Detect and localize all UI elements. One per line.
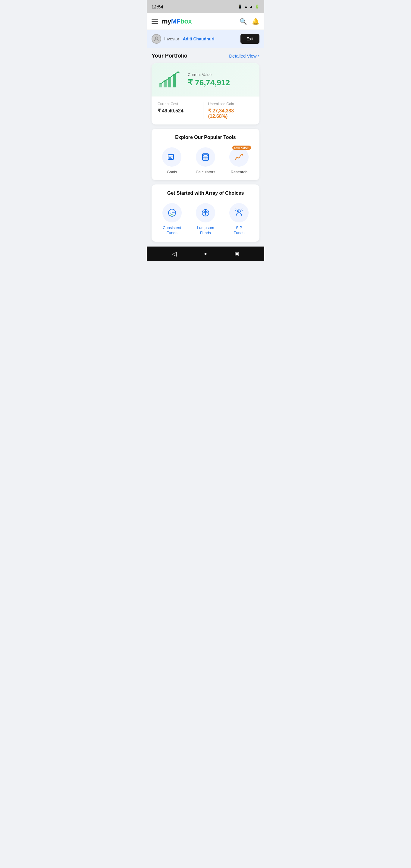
consistent-funds-label: ConsistentFunds [163,225,181,236]
logo-my: my [162,18,171,25]
choice-sip-funds[interactable]: ₹ SIPFunds [229,203,249,236]
current-value: ₹ 76,74,912 [188,78,230,87]
app-logo: myMFbox [162,18,192,25]
choice-consistent-funds[interactable]: ₹ ConsistentFunds [162,203,182,236]
svg-rect-15 [205,158,206,159]
notification-icon[interactable]: 🔔 [252,18,259,25]
choices-section: Get Started with Array of Choices ₹ Cons… [152,184,259,242]
goals-icon-circle [162,147,181,167]
tool-calculators[interactable]: Calculators [195,147,215,174]
wifi-icon: ▲ [244,4,248,9]
bottom-nav: ◁ ● ▣ [147,247,264,261]
sip-funds-label: SIPFunds [233,225,244,236]
svg-rect-14 [203,158,204,159]
battery-icon: 🔋 [255,4,259,9]
research-icon-circle: New Report [229,147,249,167]
svg-text:₹: ₹ [238,210,240,213]
portfolio-top: Current Value ₹ 76,74,912 [152,63,259,96]
svg-rect-10 [203,155,208,156]
consistent-funds-icon: ₹ [162,203,182,222]
unrealised-gain-label: Unrealised Gain [208,102,254,106]
tool-research[interactable]: New Report Research [229,147,249,174]
svg-text:₹: ₹ [170,213,171,215]
calculators-icon-circle [196,147,215,167]
investor-name: Aditi Chaudhuri [183,36,214,41]
exit-button[interactable]: Exit [241,34,259,44]
app-header: myMFbox 🔍 🔔 [147,13,264,30]
nav-home-button[interactable]: ● [201,249,210,258]
unrealised-gain-stat: Unrealised Gain ₹ 27,34,388 (12.68%) [203,102,254,119]
search-icon[interactable]: 🔍 [240,18,247,25]
tools-grid: Goals Calculators [156,147,255,174]
investor-bar: Investor : Aditi Chaudhuri Exit [147,30,264,48]
svg-line-27 [242,210,243,211]
portfolio-chart [158,69,182,90]
hamburger-menu[interactable] [152,19,158,24]
svg-rect-12 [205,157,206,158]
choices-grid: ₹ ConsistentFunds ₹ LumpsumFunds [156,203,255,236]
back-icon: ◁ [172,250,177,257]
new-report-badge: New Report [232,146,251,150]
recent-apps-icon: ▣ [234,251,239,256]
nav-recent-button[interactable]: ▣ [232,249,241,258]
main-content: Your Portfolio Detailed View › [147,48,264,247]
sim-icon: 📱 [238,4,242,9]
detailed-view-label: Detailed View [229,53,256,59]
portfolio-title: Your Portfolio [152,53,187,59]
investor-info: Investor : Aditi Chaudhuri [152,34,214,44]
signal-icon: ▲ [250,4,253,9]
current-cost-stat: Current Cost ₹ 49,40,524 [158,102,203,119]
svg-rect-11 [203,157,204,158]
current-cost-value: ₹ 49,40,524 [158,108,203,114]
header-right: 🔍 🔔 [240,18,259,25]
svg-rect-16 [207,158,208,159]
nav-back-button[interactable]: ◁ [170,249,179,258]
tools-section-title: Explore Our Popular Tools [156,135,255,140]
portfolio-bottom: Current Cost ₹ 49,40,524 Unrealised Gain… [152,96,259,124]
lumpsum-funds-icon: ₹ [196,203,215,222]
status-time: 12:54 [152,4,163,9]
svg-line-25 [235,210,236,211]
portfolio-header: Your Portfolio Detailed View › [152,53,259,59]
svg-text:₹: ₹ [204,212,206,215]
current-value-label: Current Value [188,72,230,77]
unrealised-gain-value: ₹ 27,34,388 (12.68%) [208,108,254,119]
current-cost-label: Current Cost [158,102,203,106]
choice-lumpsum-funds[interactable]: ₹ LumpsumFunds [196,203,215,236]
research-label: Research [231,170,248,174]
chevron-right-icon: › [258,53,259,59]
investor-label: Investor : Aditi Chaudhuri [164,36,214,41]
goals-label: Goals [167,170,177,174]
calculators-label: Calculators [195,170,215,174]
choices-section-title: Get Started with Array of Choices [156,190,255,196]
header-left: myMFbox [152,18,192,25]
investor-avatar [152,34,161,44]
portfolio-card: Current Value ₹ 76,74,912 Current Cost ₹… [152,63,259,124]
logo-mf: MF [171,18,181,25]
svg-rect-13 [207,157,208,158]
svg-line-26 [235,209,236,210]
tool-goals[interactable]: Goals [162,147,181,174]
logo-box: box [181,18,192,25]
sip-funds-icon: ₹ [229,203,249,222]
svg-line-28 [242,209,242,210]
popular-tools-section: Explore Our Popular Tools Goals [152,129,259,180]
status-bar: 12:54 📱 ▲ ▲ 🔋 [147,0,264,13]
detailed-view-link[interactable]: Detailed View › [229,53,259,59]
home-icon: ● [204,251,207,256]
svg-point-0 [156,37,158,39]
status-icons: 📱 ▲ ▲ 🔋 [238,4,259,9]
portfolio-value-section: Current Value ₹ 76,74,912 [188,72,230,87]
lumpsum-funds-label: LumpsumFunds [197,225,214,236]
